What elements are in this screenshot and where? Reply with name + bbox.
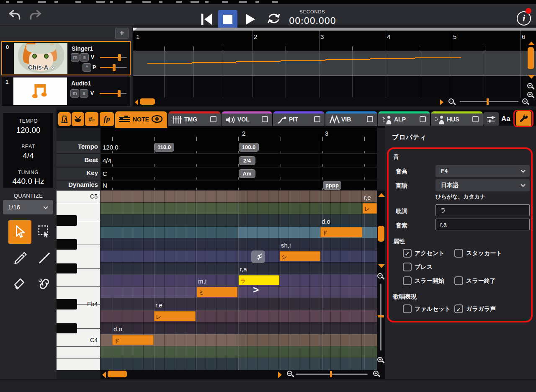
freeze-button[interactable]: * xyxy=(82,63,91,72)
dynamics-row[interactable]: Npppp xyxy=(100,181,377,191)
track-row-singer[interactable]: 0 Chis-A Singer1 m s V * P xyxy=(1,41,131,75)
tab-checkbox[interactable] xyxy=(262,116,268,122)
arrangement-ruler[interactable]: 123456 xyxy=(133,31,536,51)
scrollbar-thumb[interactable] xyxy=(378,226,384,242)
midi-note[interactable]: ミ xyxy=(197,287,237,297)
volume-slider[interactable] xyxy=(100,93,126,94)
midi-note[interactable]: シ xyxy=(280,251,320,262)
audio-track-thumbnail[interactable] xyxy=(13,77,67,105)
black-key-C#4[interactable] xyxy=(57,323,77,334)
quantize-select[interactable]: 1/16 xyxy=(3,200,53,214)
tab-note[interactable]: NOTE xyxy=(115,111,167,129)
tool-unlink-button[interactable] xyxy=(35,273,54,295)
zoom-in-icon[interactable]: + xyxy=(373,370,381,379)
midi-note[interactable]: レ xyxy=(363,203,377,214)
midi-note-selected[interactable]: ラ xyxy=(239,275,279,286)
piano-roll-horizontal-scrollbar[interactable]: −+ xyxy=(100,370,385,379)
scrollbar-thumb[interactable] xyxy=(140,98,155,105)
tab-checkbox[interactable] xyxy=(210,116,216,122)
mute-button[interactable]: m xyxy=(71,53,80,62)
redo-button[interactable] xyxy=(28,8,44,23)
zoom-in-icon[interactable]: + xyxy=(527,91,535,100)
tab-alp[interactable]: ALP xyxy=(378,111,430,126)
scroll-arrow-right-icon[interactable] xyxy=(278,371,282,378)
pan-slider-thumb[interactable] xyxy=(113,64,116,71)
add-track-button[interactable]: + xyxy=(115,28,129,39)
scroll-arrow-right-icon[interactable] xyxy=(440,99,443,105)
scroll-arrow-up-icon[interactable] xyxy=(378,193,385,197)
scroll-arrow-left-icon[interactable] xyxy=(135,99,138,105)
track-row-audio[interactable]: 1 Audio1 m s V xyxy=(1,76,131,106)
mute-button[interactable]: m xyxy=(70,89,79,98)
black-key-D#4[interactable] xyxy=(57,299,77,309)
skip-to-start-button[interactable] xyxy=(198,10,215,28)
tab-hus[interactable]: HUS xyxy=(431,111,483,126)
volume-slider-thumb[interactable] xyxy=(118,54,121,61)
arrangement-vertical-scrollbar[interactable]: −+ xyxy=(527,31,536,98)
arrangement-drag-strip[interactable] xyxy=(133,28,536,31)
volume-slider[interactable] xyxy=(100,57,127,58)
tempo-change-badge[interactable]: 100.0 xyxy=(239,143,259,152)
black-key-A#4[interactable] xyxy=(57,215,77,226)
tool-pencil-button[interactable] xyxy=(8,247,31,269)
tab-vol[interactable]: VOL xyxy=(222,111,272,126)
black-key-G#4[interactable] xyxy=(57,239,77,250)
track-name[interactable]: Audio1 xyxy=(71,80,91,87)
voice-name-label[interactable]: Chis-A xyxy=(14,64,67,71)
zoom-out-icon[interactable]: − xyxy=(286,370,295,379)
arrangement-horizontal-scrollbar[interactable]: −+ xyxy=(133,98,536,106)
scroll-arrow-up-icon[interactable] xyxy=(528,41,535,45)
format-button[interactable]: Aa xyxy=(501,115,510,123)
volume-slider-thumb[interactable] xyxy=(118,90,121,97)
note-visibility-eye-icon[interactable] xyxy=(151,115,163,123)
tab-vib[interactable]: VIB xyxy=(325,111,377,126)
scroll-arrow-left-icon[interactable] xyxy=(102,371,106,378)
piano-roll-grid[interactable]: d,oドr,eレm,iミr,aラsh,iシd,oドr,eレ> xyxy=(100,191,377,370)
tool-cursor-button[interactable] xyxy=(8,220,31,244)
scroll-arrow-down-icon[interactable] xyxy=(378,264,385,268)
midi-note[interactable]: ド xyxy=(112,335,154,346)
tab-tmg[interactable]: TMG xyxy=(168,111,221,126)
zoom-out-icon[interactable]: − xyxy=(527,83,535,91)
midi-note[interactable]: ド xyxy=(320,227,362,237)
tab-checkbox[interactable] xyxy=(314,116,320,122)
tab-checkbox[interactable] xyxy=(367,116,373,122)
metronome-button[interactable] xyxy=(58,112,71,126)
solo-button[interactable]: s xyxy=(80,89,88,98)
zoom-out-icon[interactable]: − xyxy=(448,98,456,106)
zoom-slider-track[interactable] xyxy=(460,101,518,102)
beat-change-badge[interactable]: 2/4 xyxy=(239,156,255,165)
scrollbar-thumb[interactable] xyxy=(108,371,127,377)
tab-checkbox[interactable] xyxy=(420,116,426,122)
tool-line-button[interactable] xyxy=(35,247,54,269)
zoom-slider-handle[interactable] xyxy=(330,371,332,377)
beat-row[interactable]: 4/42/4 xyxy=(100,154,377,167)
zoom-in-icon[interactable]: + xyxy=(377,356,385,365)
undo-button[interactable] xyxy=(7,8,23,23)
garagara-voice-marker[interactable] xyxy=(251,250,265,263)
key-change-badge[interactable]: Am xyxy=(239,169,255,178)
piano-roll-ruler[interactable]: 23 xyxy=(100,128,377,141)
key-row[interactable]: CAm xyxy=(100,168,377,180)
tempo-row[interactable]: 120.0110.0100.0 xyxy=(100,141,377,154)
dynamics-button[interactable]: fp xyxy=(100,112,114,126)
solo-button[interactable]: s xyxy=(80,53,89,62)
accent-marker[interactable]: > xyxy=(253,284,259,296)
tempo-change-badge[interactable]: 110.0 xyxy=(154,143,174,152)
dynamics-change-badge[interactable]: pppp xyxy=(323,181,341,190)
stop-button[interactable] xyxy=(218,10,237,28)
midi-note[interactable]: レ xyxy=(154,311,196,322)
tool-marquee-select-button[interactable] xyxy=(35,221,54,243)
zoom-out-icon[interactable]: − xyxy=(377,273,385,281)
zoom-slider-handle[interactable] xyxy=(378,315,384,317)
piano-keyboard[interactable]: C5Eb4C4 xyxy=(57,191,100,370)
track-name[interactable]: Singer1 xyxy=(72,45,93,52)
black-key-F#4[interactable] xyxy=(57,263,77,274)
accidental-button[interactable]: #♭ xyxy=(85,112,98,126)
mixer-button[interactable] xyxy=(483,112,499,126)
tab-checkbox[interactable] xyxy=(472,116,479,122)
scrollbar-thumb[interactable] xyxy=(528,47,534,69)
pan-slider[interactable] xyxy=(100,67,127,68)
time-unit-label[interactable]: SECONDS xyxy=(283,9,342,14)
play-button[interactable] xyxy=(242,10,259,28)
